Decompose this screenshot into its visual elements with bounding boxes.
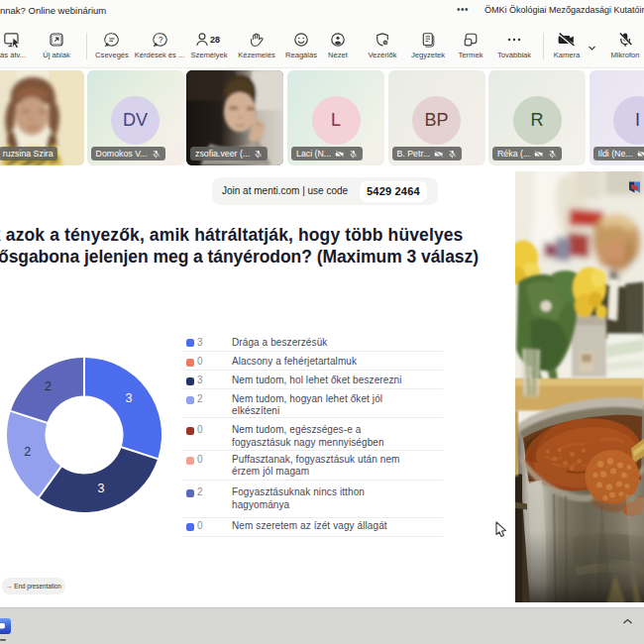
svg-text:?: ? [158, 35, 162, 45]
svg-text:28: 28 [210, 35, 220, 45]
svg-text:2: 2 [24, 445, 31, 459]
svg-text:3: 3 [98, 482, 105, 495]
svg-text:3: 3 [126, 391, 133, 405]
svg-text:2: 2 [45, 379, 52, 393]
